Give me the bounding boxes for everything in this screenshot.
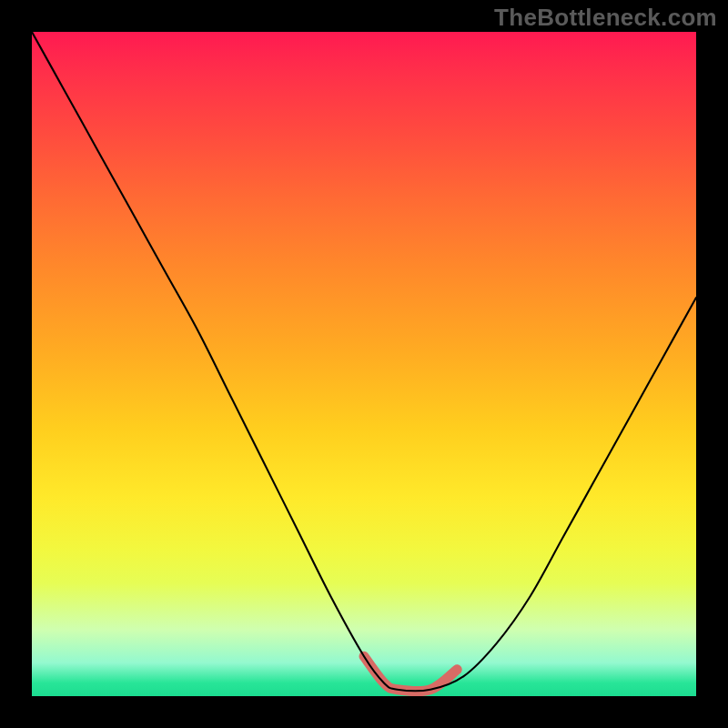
curve-overlay — [32, 32, 696, 696]
plot-area — [32, 32, 696, 696]
watermark-text: TheBottleneck.com — [494, 4, 717, 32]
bottleneck-curve-path — [32, 32, 696, 691]
chart-frame: TheBottleneck.com — [0, 0, 728, 728]
